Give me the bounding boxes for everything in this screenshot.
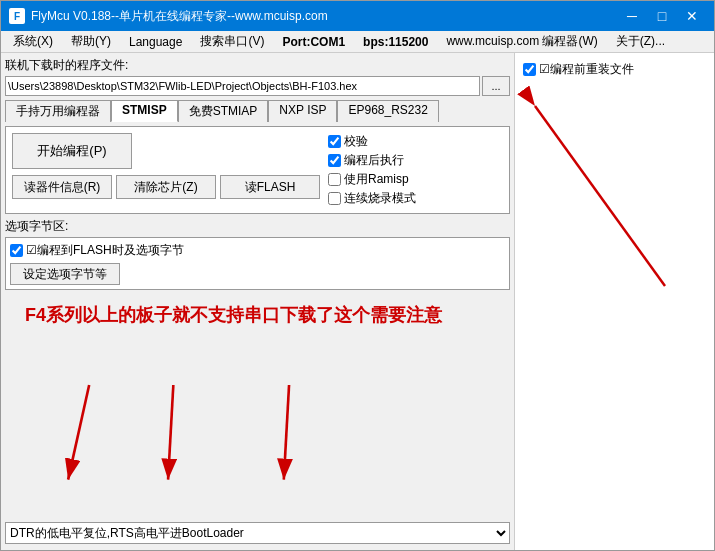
tab-nxpisp[interactable]: NXP ISP [268,100,337,122]
file-path-row: ... [5,76,510,96]
annotation-area: F4系列以上的板子就不支持串口下载了这个需要注意 [5,294,510,518]
menu-about[interactable]: 关于(Z)... [608,31,673,52]
svg-line-3 [284,385,289,480]
bottom-row: DTR的低电平复位,RTS高电平进BootLoader 不使用DTR/RTS D… [5,520,510,546]
content-area: 联机下载时的程序文件: ... 手持万用编程器 STMISP 免费STMIAP … [1,53,714,550]
svg-line-5 [535,106,665,286]
window-title: FlyMcu V0.188--单片机在线编程专家--www.mcuisp.com [31,8,618,25]
tab-right-checkboxes: 校验 编程后执行 使用Ramisp 连续烧录模式 [328,133,416,207]
start-program-button[interactable]: 开始编程(P) [12,133,132,169]
browse-button[interactable]: ... [482,76,510,96]
clear-chip-button[interactable]: 清除芯片(Z) [116,175,216,199]
options-inner: ☑编程到FLASH时及选项字节 设定选项字节等 [5,237,510,290]
read-flash-button[interactable]: 读FLASH [220,175,320,199]
tab-handheld[interactable]: 手持万用编程器 [5,100,111,122]
right-panel-arrow-area [515,86,714,550]
close-button[interactable]: ✕ [678,2,706,30]
menu-bar: 系统(X) 帮助(Y) Language 搜索串口(V) Port:COM1 b… [1,31,714,53]
checkbox-verify[interactable]: 校验 [328,133,416,150]
options-checkbox[interactable]: ☑编程到FLASH时及选项字节 [10,242,505,259]
menu-language[interactable]: Language [121,33,190,51]
file-section-label: 联机下载时的程序文件: [5,57,510,74]
left-panel: 联机下载时的程序文件: ... 手持万用编程器 STMISP 免费STMIAP … [1,53,514,550]
file-path-input[interactable] [5,76,480,96]
tab-ep968[interactable]: EP968_RS232 [337,100,438,122]
options-label: 选项字节区: [5,218,510,235]
right-panel: ☑编程前重装文件 [514,53,714,550]
minimize-button[interactable]: ─ [618,2,646,30]
menu-programmer[interactable]: www.mcuisp.com 编程器(W) [438,31,605,52]
checkbox-run-after[interactable]: 编程后执行 [328,152,416,169]
annotation-text: F4系列以上的板子就不支持串口下载了这个需要注意 [25,304,500,327]
right-panel-top: ☑编程前重装文件 [515,53,714,86]
window-controls: ─ □ ✕ [618,2,706,30]
svg-line-1 [68,385,89,480]
arrows-svg [5,294,510,518]
main-window: F FlyMcu V0.188--单片机在线编程专家--www.mcuisp.c… [0,0,715,551]
config-options-button[interactable]: 设定选项字节等 [10,263,120,285]
checkbox-continuous[interactable]: 连续烧录模式 [328,190,416,207]
checkbox-ramisp[interactable]: 使用Ramisp [328,171,416,188]
options-section: 选项字节区: ☑编程到FLASH时及选项字节 设定选项字节等 [5,218,510,290]
tab-stmiap[interactable]: 免费STMIAP [178,100,269,122]
tab-content: 开始编程(P) 读器件信息(R) 清除芯片(Z) 读FLASH 校验 编程后执行 [5,126,510,214]
read-info-button[interactable]: 读器件信息(R) [12,175,112,199]
title-bar: F FlyMcu V0.188--单片机在线编程专家--www.mcuisp.c… [1,1,714,31]
tab-left-controls: 开始编程(P) 读器件信息(R) 清除芯片(Z) 读FLASH [12,133,320,207]
menu-system[interactable]: 系统(X) [5,31,61,52]
maximize-button[interactable]: □ [648,2,676,30]
app-icon: F [9,8,25,24]
svg-line-2 [168,385,173,480]
tab-stmisp[interactable]: STMISP [111,100,178,122]
pre-load-checkbox[interactable]: ☑编程前重装文件 [523,61,706,78]
menu-port[interactable]: Port:COM1 [274,33,353,51]
top-arrow-svg [515,86,705,386]
tabs-container: 手持万用编程器 STMISP 免费STMIAP NXP ISP EP968_RS… [5,100,510,122]
menu-search-port[interactable]: 搜索串口(V) [192,31,272,52]
menu-help[interactable]: 帮助(Y) [63,31,119,52]
boot-mode-dropdown[interactable]: DTR的低电平复位,RTS高电平进BootLoader 不使用DTR/RTS D… [5,522,510,544]
menu-bps[interactable]: bps:115200 [355,33,436,51]
